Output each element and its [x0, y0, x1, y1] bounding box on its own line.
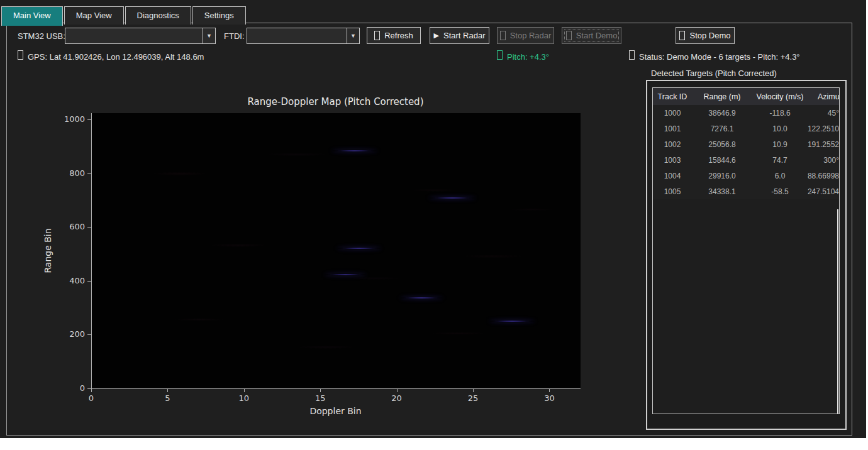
chart-title: Range-Doppler Map (Pitch Corrected) [91, 96, 580, 107]
x-tick-label: 15 [306, 393, 334, 403]
x-tick-label: 5 [153, 393, 181, 403]
y-tick-mark [87, 173, 91, 174]
table-cell: -118.6 [752, 109, 808, 118]
y-tick-mark [87, 227, 91, 228]
y-tick-label: 200 [22, 329, 85, 339]
start-demo-button[interactable]: Start Demo [562, 27, 621, 44]
ftdi-combobox[interactable]: ▼ [247, 28, 360, 44]
ftdi-combobox-value [247, 28, 347, 43]
range-doppler-heatmap [91, 113, 581, 389]
y-tick-label: 1000 [22, 114, 85, 124]
tab-settings[interactable]: Settings [192, 6, 246, 25]
x-tick-label: 20 [383, 393, 411, 403]
table-cell: 1000 [653, 109, 692, 118]
table-cell: -58.5 [752, 187, 808, 196]
status-icon [629, 50, 635, 60]
table-cell: 10.0 [752, 124, 808, 133]
x-tick-label: 10 [230, 393, 258, 403]
detection-streak [489, 321, 535, 322]
pitch-icon [497, 50, 503, 60]
targets-panel-title: Detected Targets (Pitch Corrected) [651, 69, 777, 78]
table-cell: 15844.6 [692, 156, 752, 165]
y-tick-label: 800 [22, 168, 85, 178]
table-cell: 25056.8 [692, 140, 752, 149]
tab-bar: Main ViewMap ViewDiagnosticsSettings [1, 5, 247, 25]
y-tick-label: 400 [22, 276, 85, 286]
y-tick-mark [87, 119, 91, 120]
stm32-usb-label: STM32 USB: [18, 31, 65, 41]
table-cell: 1004 [653, 172, 692, 180]
table-cell: 1001 [653, 124, 692, 133]
y-axis-label: Range Bin [40, 113, 56, 388]
y-tick-mark [87, 334, 91, 335]
column-header[interactable]: Track ID [653, 92, 692, 101]
column-header[interactable]: Range (m) [692, 92, 752, 101]
refresh-button[interactable]: Refresh [367, 27, 421, 44]
column-header[interactable]: Velocity (m/s) [752, 92, 808, 101]
table-cell: 38646.9 [692, 109, 752, 118]
status-message: Status: Demo Mode - 6 targets - Pitch: +… [629, 50, 800, 62]
table-cell: 1005 [653, 187, 692, 196]
tab-map-view[interactable]: Map View [64, 6, 124, 25]
play-icon: ▶ [434, 31, 439, 40]
targets-table: Track IDRange (m)Velocity (m/s)Azimuth 1… [652, 87, 840, 414]
table-cell: 1002 [653, 140, 692, 149]
table-row[interactable]: 10017276.110.0122.2510 [653, 121, 839, 136]
stop-radar-button[interactable]: Stop Radar [497, 27, 554, 44]
x-tick-mark [320, 389, 321, 392]
detection-streak [337, 247, 381, 249]
gps-status: GPS: Lat 41.902426, Lon 12.496039, Alt 1… [18, 50, 204, 62]
stm32-usb-combobox[interactable]: ▼ [65, 28, 216, 44]
x-tick-label: 25 [459, 393, 487, 403]
table-row[interactable]: 100038646.9-118.645° [653, 105, 839, 121]
table-scrollbar[interactable] [837, 209, 838, 414]
table-cell: 34338.1 [692, 187, 752, 196]
ftdi-label: FTDI: [224, 31, 245, 41]
y-tick-mark [87, 281, 91, 282]
column-header[interactable]: Azimuth [808, 92, 840, 101]
table-cell: 10.9 [752, 140, 808, 149]
demo-icon [566, 31, 572, 40]
table-cell: 29916.0 [692, 172, 752, 180]
tab-main-view[interactable]: Main View [1, 6, 63, 26]
detection-streak [331, 150, 377, 151]
chevron-down-icon[interactable]: ▼ [203, 28, 215, 43]
x-tick-mark [397, 389, 398, 392]
table-body: 100038646.9-118.645°10017276.110.0122.25… [653, 105, 839, 199]
x-tick-mark [473, 389, 474, 392]
table-header-row: Track IDRange (m)Velocity (m/s)Azimuth [653, 88, 839, 105]
y-tick-label: 0 [22, 383, 85, 393]
table-cell: 1003 [653, 156, 692, 165]
detection-streak [325, 273, 366, 275]
range-doppler-chart: Range-Doppler Map (Pitch Corrected) Rang… [9, 88, 638, 432]
y-tick-label: 600 [22, 222, 85, 232]
table-row[interactable]: 100534338.1-58.5247.5104 [653, 184, 839, 199]
table-cell: 6.0 [752, 172, 808, 180]
stop-demo-button[interactable]: Stop Demo [676, 27, 735, 44]
stop-icon [679, 31, 685, 40]
x-tick-mark [167, 389, 168, 392]
detection-streak [400, 297, 443, 299]
pitch-indicator: Pitch: +4.3° [497, 50, 549, 62]
refresh-icon [374, 31, 380, 40]
satellite-icon [18, 50, 23, 60]
table-cell: 74.7 [752, 156, 808, 165]
table-cell: 7276.1 [692, 124, 752, 133]
chevron-down-icon[interactable]: ▼ [347, 28, 359, 43]
x-tick-label: 30 [535, 393, 563, 403]
stm32-usb-combobox-value [65, 28, 203, 43]
detection-streak [428, 197, 476, 199]
stop-icon [500, 31, 506, 40]
app-window: Main ViewMap ViewDiagnosticsSettings STM… [0, 0, 866, 438]
tab-diagnostics[interactable]: Diagnostics [125, 6, 191, 25]
x-tick-mark [549, 389, 550, 392]
start-radar-button[interactable]: ▶ Start Radar [430, 27, 489, 44]
targets-panel: Track IDRange (m)Velocity (m/s)Azimuth 1… [646, 80, 847, 430]
x-tick-mark [244, 389, 245, 392]
table-row[interactable]: 100315844.674.7300° [653, 152, 839, 168]
x-tick-mark [91, 389, 92, 392]
table-row[interactable]: 100225056.810.9191.2552 [653, 136, 839, 152]
x-axis-label: Doppler Bin [91, 406, 580, 416]
table-row[interactable]: 100429916.06.088.66998 [653, 168, 839, 184]
x-tick-label: 0 [77, 393, 105, 403]
